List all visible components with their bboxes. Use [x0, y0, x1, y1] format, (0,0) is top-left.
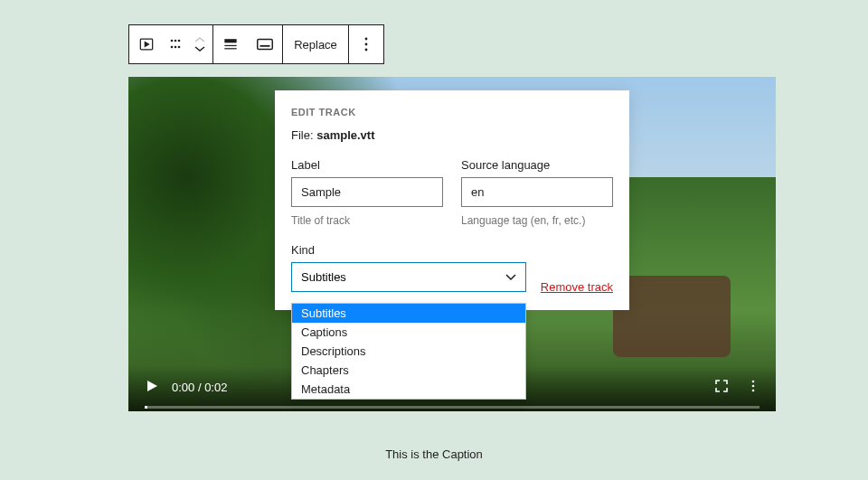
- drag-handle-button[interactable]: [164, 25, 187, 63]
- svg-point-14: [365, 49, 368, 52]
- remove-track-link[interactable]: Remove track: [541, 280, 613, 294]
- more-options-button[interactable]: [349, 25, 383, 63]
- text-tracks-button[interactable]: [248, 25, 282, 63]
- toolbar-group-align: [213, 25, 283, 63]
- file-name: sample.vtt: [316, 128, 374, 142]
- svg-point-2: [175, 40, 177, 42]
- video-bg-decoration: [613, 276, 731, 357]
- align-icon: [222, 35, 240, 53]
- tracks-icon: [255, 34, 275, 54]
- svg-point-16: [752, 384, 755, 387]
- source-lang-input[interactable]: [461, 177, 613, 207]
- edit-track-popup: EDIT TRACK File: sample.vtt Label Title …: [275, 90, 629, 310]
- toolbar-group-more: [349, 25, 383, 63]
- svg-rect-11: [260, 45, 270, 47]
- svg-point-1: [171, 40, 174, 42]
- svg-point-4: [171, 46, 174, 49]
- label-field: Label Title of track: [291, 158, 443, 227]
- svg-point-17: [752, 389, 755, 391]
- chevron-down-icon: [194, 44, 205, 53]
- time-display: 0:00 / 0:02: [172, 381, 227, 394]
- video-block-icon: [137, 35, 156, 53]
- more-vertical-icon: [358, 36, 374, 52]
- source-lang-field: Source language Language tag (en, fr, et…: [461, 158, 613, 227]
- file-line: File: sample.vtt: [291, 128, 613, 142]
- kind-select[interactable]: Subtitles: [291, 262, 526, 292]
- kind-option-metadata[interactable]: Metadata: [292, 380, 525, 399]
- kind-option-descriptions[interactable]: Descriptions: [292, 342, 525, 361]
- label-input[interactable]: [291, 177, 443, 207]
- chevron-up-icon: [194, 35, 205, 44]
- block-toolbar: Replace: [128, 24, 384, 64]
- svg-rect-7: [224, 39, 236, 42]
- align-button[interactable]: [213, 25, 248, 63]
- kind-selected-value: Subtitles: [301, 270, 346, 284]
- chevron-down-icon: [505, 274, 516, 281]
- fullscreen-icon: [714, 379, 729, 393]
- label-field-label: Label: [291, 158, 443, 172]
- svg-point-15: [752, 380, 755, 382]
- block-caption[interactable]: This is the Caption: [0, 447, 868, 461]
- svg-point-5: [175, 46, 177, 49]
- video-more-button[interactable]: [747, 380, 760, 395]
- toolbar-group-replace: Replace: [283, 25, 349, 63]
- source-lang-label: Source language: [461, 158, 613, 172]
- kind-option-captions[interactable]: Captions: [292, 323, 525, 342]
- kind-label: Kind: [291, 243, 613, 257]
- svg-rect-8: [224, 45, 236, 46]
- kind-option-chapters[interactable]: Chapters: [292, 361, 525, 380]
- file-prefix: File:: [291, 128, 316, 142]
- label-help: Title of track: [291, 214, 443, 227]
- popup-title: EDIT TRACK: [291, 107, 613, 118]
- source-lang-help: Language tag (en, fr, etc.): [461, 214, 613, 227]
- fullscreen-button[interactable]: [714, 379, 729, 396]
- toolbar-group-block: [129, 25, 213, 63]
- block-mover[interactable]: [187, 25, 212, 63]
- svg-rect-10: [258, 40, 273, 50]
- video-controls-right: [714, 379, 760, 396]
- svg-point-6: [178, 46, 181, 49]
- block-type-button[interactable]: [129, 25, 164, 63]
- drag-icon: [169, 38, 182, 51]
- kind-option-subtitles[interactable]: Subtitles: [292, 304, 525, 323]
- svg-point-12: [365, 38, 368, 41]
- kind-dropdown: Subtitles Captions Descriptions Chapters…: [291, 303, 526, 400]
- svg-point-3: [178, 40, 181, 42]
- svg-point-13: [365, 43, 368, 46]
- play-button[interactable]: [145, 379, 159, 396]
- video-progress-bar[interactable]: [145, 406, 760, 409]
- more-vertical-icon: [747, 380, 760, 392]
- play-icon: [145, 379, 159, 393]
- svg-rect-9: [224, 48, 236, 49]
- replace-button[interactable]: Replace: [283, 25, 348, 63]
